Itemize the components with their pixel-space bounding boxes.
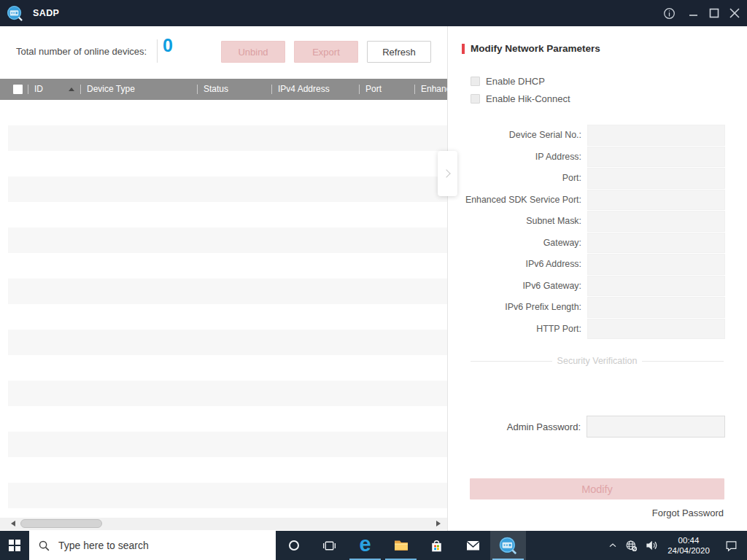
column-separator — [414, 85, 415, 94]
table-row — [8, 381, 447, 406]
ipv6-gateway-input[interactable] — [587, 276, 725, 297]
file-explorer-icon — [392, 537, 410, 554]
column-ipv4[interactable]: IPv4 Address — [278, 84, 330, 94]
scrollbar-thumb[interactable] — [20, 519, 102, 528]
total-devices-label: Total number of online devices: — [16, 46, 147, 57]
accent-bar — [462, 44, 465, 54]
column-enhanced-sdk-port[interactable]: Enhanced SDK Service Port — [421, 84, 447, 94]
taskbar-clock[interactable]: 00:44 24/04/2020 — [662, 531, 715, 560]
enable-dhcp-label: Enable DHCP — [486, 76, 545, 87]
speaker-icon — [644, 538, 659, 553]
export-button[interactable]: Export — [294, 41, 358, 63]
maximize-button[interactable] — [703, 0, 725, 26]
table-row — [0, 100, 447, 125]
column-device-type[interactable]: Device Type — [87, 84, 135, 94]
ip-address-input[interactable] — [587, 147, 725, 168]
http-port-input[interactable] — [587, 319, 725, 340]
port-label: Port: — [456, 173, 581, 183]
ipv6-prefix-input[interactable] — [587, 297, 725, 318]
table-row — [8, 228, 447, 253]
network-status-button[interactable] — [622, 531, 640, 560]
refresh-button[interactable]: Refresh — [367, 41, 431, 63]
port-input[interactable] — [587, 168, 725, 189]
clock-date: 24/04/2020 — [667, 545, 710, 556]
select-all-checkbox[interactable] — [13, 85, 23, 94]
taskbar-file-explorer-button[interactable] — [383, 531, 419, 560]
cortana-button[interactable] — [276, 531, 311, 560]
enhanced-sdk-port-input[interactable] — [587, 190, 725, 211]
microsoft-store-icon — [428, 537, 445, 554]
taskbar-sadp-button[interactable] — [490, 531, 526, 560]
app-content: Total number of online devices: 0 Unbind… — [0, 26, 747, 531]
device-table-body — [0, 100, 447, 508]
gateway-input[interactable] — [587, 233, 725, 254]
column-id[interactable]: ID — [34, 84, 43, 94]
panel-title: Modify Network Parameters — [471, 43, 600, 54]
column-separator — [359, 85, 360, 94]
windows-logo-icon — [9, 540, 21, 552]
ipv6-address-input[interactable] — [587, 254, 725, 275]
scroll-left-arrow-icon[interactable] — [11, 521, 15, 526]
edge-icon: e — [359, 534, 371, 555]
taskbar-store-button[interactable] — [419, 531, 454, 560]
start-button[interactable] — [0, 531, 29, 560]
column-status[interactable]: Status — [204, 84, 228, 94]
volume-button[interactable] — [640, 531, 662, 560]
modify-button[interactable]: Modify — [470, 478, 724, 499]
unbind-button[interactable]: Unbind — [221, 41, 285, 63]
clock-time: 00:44 — [678, 535, 700, 545]
chevron-right-icon — [442, 169, 450, 177]
column-separator — [28, 85, 28, 94]
sadp-icon — [498, 536, 518, 556]
action-center-icon — [724, 539, 738, 553]
table-row — [0, 406, 447, 432]
http-port-label: HTTP Port: — [456, 324, 581, 334]
chevron-up-icon — [607, 540, 619, 551]
column-port[interactable]: Port — [365, 84, 382, 94]
panel-expand-handle[interactable] — [438, 151, 457, 196]
taskbar-mail-button[interactable] — [454, 531, 490, 560]
table-row — [0, 457, 447, 483]
close-button[interactable] — [724, 0, 746, 26]
enable-hik-connect-checkbox[interactable] — [471, 94, 480, 104]
panel-checkboxes: Enable DHCP Enable Hik-Connect — [471, 72, 570, 107]
taskbar-search-box[interactable] — [29, 531, 276, 560]
enable-dhcp-checkbox[interactable] — [471, 77, 480, 86]
task-view-button[interactable] — [311, 531, 347, 560]
search-icon — [38, 540, 50, 552]
table-row — [0, 304, 447, 330]
horizontal-scrollbar[interactable] — [0, 518, 447, 530]
sort-asc-icon[interactable] — [69, 88, 74, 91]
ipv6-prefix-label: IPv6 Prefix Length: — [456, 302, 581, 312]
device-serial-input[interactable] — [587, 125, 725, 146]
window-title: SADP — [33, 8, 59, 18]
device-serial-label: Device Serial No.: — [456, 130, 581, 140]
action-center-button[interactable] — [715, 531, 747, 560]
table-row — [0, 253, 447, 279]
security-verification-divider: Security Verification — [471, 356, 724, 366]
search-input[interactable] — [57, 539, 254, 552]
scroll-right-arrow-icon[interactable] — [436, 521, 441, 526]
subnet-mask-input[interactable] — [587, 211, 725, 232]
cortana-icon — [289, 540, 299, 551]
column-separator — [271, 85, 272, 94]
admin-password-label: Admin Password: — [456, 421, 581, 432]
info-icon[interactable] — [658, 0, 680, 26]
table-row — [0, 151, 447, 176]
mail-icon — [464, 537, 481, 554]
table-header: ID Device Type Status IPv4 Address Port … — [0, 79, 447, 100]
panel-title-row: Modify Network Parameters — [462, 43, 600, 54]
online-device-count: 0 — [163, 35, 173, 56]
ip-address-label: IP Address: — [456, 152, 581, 162]
count-divider — [157, 39, 158, 63]
column-separator — [197, 85, 198, 94]
minimize-button[interactable] — [683, 0, 705, 26]
admin-password-row: Admin Password: — [456, 416, 725, 438]
tray-expand-button[interactable] — [604, 531, 622, 560]
table-row — [8, 176, 447, 202]
taskbar-edge-button[interactable]: e — [347, 531, 383, 560]
admin-password-input[interactable] — [587, 416, 725, 438]
forgot-password-link[interactable]: Forgot Password — [652, 508, 724, 518]
table-row — [0, 355, 447, 381]
table-row — [8, 330, 447, 355]
